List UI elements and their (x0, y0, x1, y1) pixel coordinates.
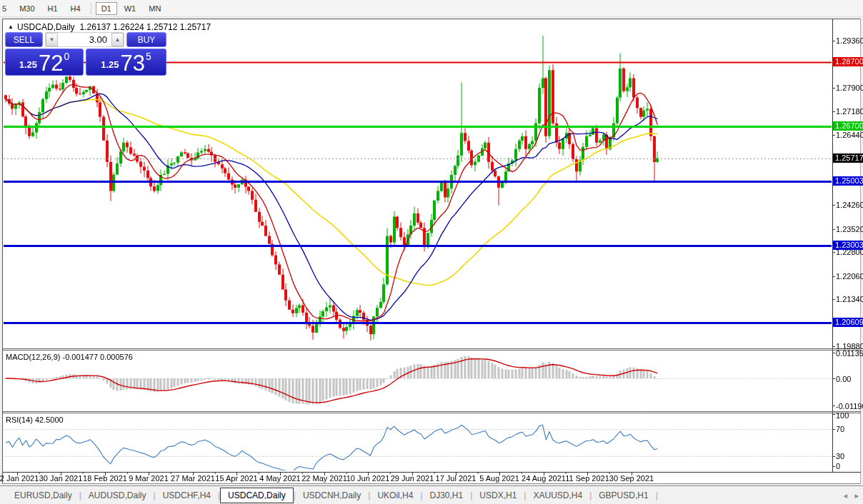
buy-button[interactable]: BUY (126, 32, 166, 47)
rsi-tick-label: 70 (836, 425, 844, 433)
timeframe-button-MN[interactable]: MN (143, 2, 166, 15)
price-tick-label: 1.26440 (836, 131, 863, 139)
date-label: 27 Mar 2021 (168, 474, 218, 483)
one-click-trading-panel: SELL ▼ 3.00 ▲ BUY 1.25 72 0 1.25 73 5 (5, 32, 166, 76)
rsi-tick-label: 30 (836, 452, 844, 460)
timeframe-button-5[interactable]: 5 (1, 2, 12, 15)
date-label: 11 Sep 2021 (562, 474, 612, 483)
price-marker-label: 1.26700 (833, 121, 863, 131)
tab-XAUUSD-H4[interactable]: XAUUSD,H4 (526, 488, 589, 503)
tab-separator: | (656, 490, 658, 500)
collapse-trade-panel-icon[interactable]: ▲ (8, 24, 14, 30)
rsi-pane-header: RSI(14) 42.5000 (6, 415, 64, 424)
rsi-tick-label: 100 (836, 411, 849, 420)
tab-USDCHF-H4[interactable]: USDCHF,H4 (156, 488, 218, 503)
date-label: 18 Feb 2021 (80, 474, 130, 483)
chart-ohlc-values: 1.26137 1.26224 1.25712 1.25717 (80, 22, 211, 32)
timeframe-button-H4[interactable]: H4 (65, 2, 86, 15)
date-label: 4 May 2021 (255, 474, 305, 483)
price-tick-label: 1.21340 (836, 295, 863, 303)
chart-title: ▲USDCAD,Daily1.26137 1.26224 1.25712 1.2… (8, 22, 211, 32)
timeframe-button-M30[interactable]: M30 (14, 2, 40, 15)
date-label: 30 Jan 2021 (36, 474, 86, 483)
date-label: 22 May 2021 (299, 474, 349, 483)
timeframe-button-W1[interactable]: W1 (119, 2, 142, 15)
timeframe-button-H1[interactable]: H1 (42, 2, 64, 15)
date-label: 15 Apr 2021 (211, 474, 261, 483)
price-tick-label: 1.22060 (836, 272, 863, 281)
macd-tick-label: -0.01190 (836, 402, 863, 410)
ask-pip-digit: 5 (146, 51, 151, 62)
ask-price-panel[interactable]: 1.25 73 5 (86, 49, 166, 76)
tab-scroll-left-icon[interactable]: ◂ (843, 491, 847, 500)
chart-tab-bar: EURUSD,Daily|AUDUSD,Daily|USDCHF,H4|USDC… (0, 485, 863, 504)
volume-input[interactable]: 3.00 (58, 33, 111, 46)
bid-big-digits: 72 (39, 53, 63, 74)
tab-AUDUSD-Daily[interactable]: AUDUSD,Daily (81, 488, 154, 503)
price-marker-label: 1.25717 (833, 153, 863, 163)
price-tick-label: 1.27180 (836, 107, 863, 116)
price-marker-label: 1.20609 (833, 318, 863, 327)
date-label: 10 Jun 2021 (343, 474, 393, 483)
tab-USDCNH-Daily[interactable]: USDCNH,Daily (296, 488, 368, 503)
date-label: 17 Jul 2021 (431, 474, 481, 483)
tab-GBPUSD-H1[interactable]: GBPUSD,H1 (592, 488, 655, 503)
date-label: 24 Aug 2021 (519, 474, 569, 483)
price-tick-label: 1.24260 (836, 201, 863, 209)
bid-pip-digit: 0 (64, 51, 70, 62)
rsi-tick-label: 0 (836, 462, 840, 470)
price-tick-label: 1.29360 (836, 36, 863, 45)
date-label: 5 Aug 2021 (474, 474, 524, 483)
bid-price-panel[interactable]: 1.25 72 0 (5, 49, 84, 76)
ask-big-digits: 73 (121, 53, 145, 74)
volume-increase-icon[interactable]: ▲ (111, 33, 124, 46)
mt4-application: 5M30H1H4D1W1MN ▲USDCAD,Daily1.26137 1.26… (0, 0, 863, 504)
volume-decrease-icon[interactable]: ▼ (46, 33, 58, 46)
macd-tick-label: 0.01135 (836, 349, 863, 358)
price-marker-label: 1.28700 (833, 57, 863, 66)
tab-USDX-H1[interactable]: USDX,H1 (472, 488, 524, 503)
date-label: 29 Jun 2021 (387, 474, 437, 483)
price-tick-label: 1.23520 (836, 225, 863, 233)
macd-tick-label: 0.00 (836, 375, 851, 383)
tab-UKOil-H4[interactable]: UKOil,H4 (370, 488, 420, 503)
tab-EURUSD-Daily[interactable]: EURUSD,Daily (7, 488, 79, 503)
macd-pane-header: MACD(12,26,9) -0.001477 0.000576 (6, 353, 133, 361)
timeframe-toolbar: 5M30H1H4D1W1MN (0, 0, 863, 17)
chart-symbol-label: USDCAD,Daily (17, 22, 75, 32)
bid-prefix: 1.25 (19, 59, 37, 70)
tab-USDCAD-Daily[interactable]: USDCAD,Daily (220, 488, 294, 503)
price-marker-label: 1.23003 (833, 241, 863, 250)
date-label: 30 Sep 2021 (607, 474, 657, 483)
tab-DJ30-H1[interactable]: DJ30,H1 (423, 488, 471, 503)
date-label: 9 Mar 2021 (124, 474, 174, 483)
sell-button[interactable]: SELL (5, 32, 43, 47)
tab-scroll-right-icon[interactable]: ▸ (854, 491, 859, 500)
timeframe-button-D1[interactable]: D1 (96, 2, 117, 15)
price-marker-label: 1.25003 (833, 176, 863, 186)
price-tick-label: 1.27900 (836, 84, 863, 92)
volume-group: ▼ 3.00 ▲ (45, 32, 124, 47)
ask-prefix: 1.25 (101, 59, 119, 70)
toolbar-separator (91, 3, 91, 14)
